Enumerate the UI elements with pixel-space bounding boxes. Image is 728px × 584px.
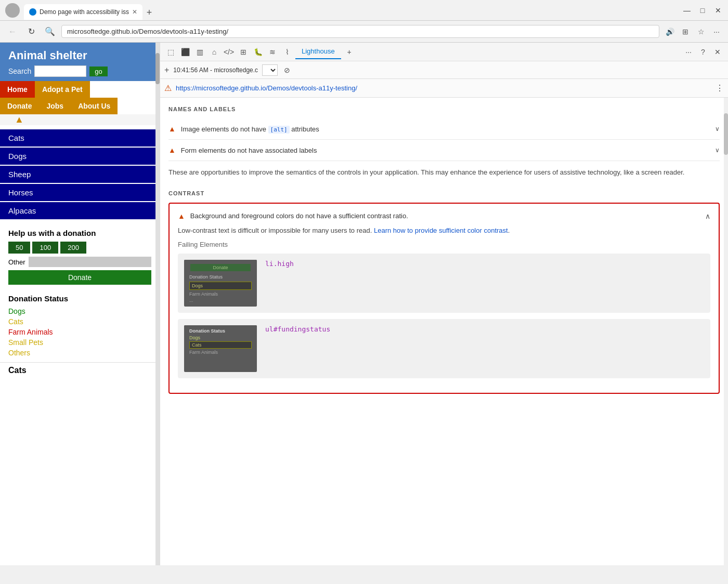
settings-icon[interactable]: ···	[710, 25, 723, 38]
dt-add-icon[interactable]: +	[164, 65, 169, 75]
status-dogs[interactable]: Dogs	[8, 306, 151, 316]
dt-network-icon[interactable]: ⊞	[237, 46, 250, 58]
issue-warning-icon: ▲	[168, 125, 176, 133]
issue-alt-text: Image elements do not have [alt] attribu…	[181, 125, 715, 133]
favorites-icon[interactable]: ☆	[695, 25, 707, 38]
contrast-section: ▲ Background and foreground colors do no…	[168, 203, 720, 394]
dt-layout-icon[interactable]: ▥	[193, 46, 206, 58]
title-bar: Demo page with accessibility iss ✕ + — □…	[0, 0, 728, 21]
dt-add-tab-icon[interactable]: +	[343, 46, 356, 58]
maximize-button[interactable]: □	[698, 6, 707, 15]
donation-title: Help us with a donation	[8, 229, 151, 237]
preview-selector-2: ul#fundingstatus	[265, 325, 330, 333]
nav-adopt[interactable]: Adopt a Pet	[35, 81, 90, 98]
animal-cats[interactable]: Cats	[0, 129, 160, 147]
close-button[interactable]: ✕	[713, 6, 723, 15]
cats-section-heading: Cats	[0, 362, 160, 378]
content-scrollbar[interactable]	[724, 98, 728, 565]
status-others[interactable]: Others	[8, 348, 151, 358]
issue-alt-attributes[interactable]: ▲ Image elements do not have [alt] attri…	[168, 118, 720, 140]
nav-about[interactable]: About Us	[71, 98, 118, 114]
devtools-url-bar: + 10:41:56 AM - microsoftedge.c ⊘	[160, 61, 728, 79]
preview-selector-1: li.high	[265, 260, 294, 268]
contrast-warning-icon: ▲	[178, 212, 185, 220]
other-amount-row: Other	[8, 257, 151, 267]
search-bar: Search go	[8, 65, 151, 77]
issue-form-labels[interactable]: ▲ Form elements do not have associated l…	[168, 140, 720, 161]
sidebar-scrollbar[interactable]	[155, 43, 160, 565]
audit-url[interactable]: https://microsoftedge.github.io/Demos/de…	[176, 84, 711, 92]
dt-wifi-icon[interactable]: ≋	[266, 46, 279, 58]
failing-elements-label: Failing Elements	[178, 241, 710, 248]
tab-title: Demo page with accessibility iss	[40, 8, 129, 16]
preview-img-1: Donate Donation Status Dogs Farm Animals…	[184, 260, 257, 307]
tab-close-button[interactable]: ✕	[132, 8, 137, 16]
nav-donate[interactable]: Donate	[0, 98, 39, 114]
dt-paint-icon[interactable]: ⌇	[281, 46, 293, 58]
issue-expand-icon-2[interactable]: ∨	[715, 147, 720, 154]
contrast-header: CONTRAST	[168, 190, 720, 196]
animal-sheep[interactable]: Sheep	[0, 166, 160, 183]
dt-inspect-icon[interactable]: ⬛	[179, 46, 191, 58]
learn-link[interactable]: Learn how to provide sufficient color co…	[374, 227, 508, 234]
dt-help-icon[interactable]: ?	[697, 46, 709, 58]
dt-close-icon[interactable]: ✕	[711, 46, 724, 58]
donate-button[interactable]: Donate	[8, 270, 151, 285]
minimize-button[interactable]: —	[682, 6, 692, 15]
website-sidebar: Animal shelter Search go Home Adopt a Pe…	[0, 43, 160, 565]
split-screen-icon[interactable]: ⊞	[679, 25, 692, 38]
donation-amounts: 50 100 200	[8, 242, 151, 254]
search-label: Search	[8, 67, 31, 75]
animal-horses[interactable]: Horses	[0, 184, 160, 201]
status-farm[interactable]: Farm Animals	[8, 327, 151, 337]
address-bar: ← ↻ 🔍 microsoftedge.github.io/Demos/devt…	[0, 21, 728, 43]
go-button[interactable]: go	[89, 67, 107, 76]
back-button[interactable]: ←	[5, 24, 20, 39]
issue-expand-icon[interactable]: ∨	[715, 125, 720, 132]
dt-site-select[interactable]	[262, 64, 278, 76]
read-aloud-icon[interactable]: 🔊	[664, 25, 676, 38]
nav-jobs[interactable]: Jobs	[39, 98, 71, 114]
audit-warning-icon: ⚠	[164, 83, 172, 93]
issue-warning-icon-2: ▲	[168, 146, 176, 154]
amount-50[interactable]: 50	[8, 242, 30, 254]
status-small-pets[interactable]: Small Pets	[8, 337, 151, 348]
site-title: Animal shelter	[8, 49, 151, 62]
animal-alpacas[interactable]: Alpacas	[0, 202, 160, 219]
low-contrast-description: Low-contrast text is difficult or imposs…	[178, 227, 710, 234]
dt-bug-icon[interactable]: 🐛	[252, 46, 264, 58]
devtools-panel: ⬚ ⬛ ▥ ⌂ </> ⊞ 🐛 ≋ ⌇ Lighthouse + ··· ? ✕…	[160, 43, 728, 565]
amount-100[interactable]: 100	[32, 242, 58, 254]
dt-tab-lighthouse[interactable]: Lighthouse	[295, 44, 341, 59]
dt-code-icon[interactable]: </>	[223, 46, 235, 58]
search-button[interactable]: 🔍	[43, 24, 57, 39]
animal-dogs[interactable]: Dogs	[0, 148, 160, 165]
user-avatar	[5, 3, 20, 18]
new-tab-button[interactable]: +	[142, 6, 156, 20]
refresh-button[interactable]: ↻	[24, 24, 38, 39]
audit-more-icon[interactable]: ⋮	[716, 83, 724, 93]
issue-form-text: Form elements do not have associated lab…	[181, 147, 715, 154]
window-controls: — □ ✕	[682, 6, 723, 15]
contrast-issue[interactable]: ▲ Background and foreground colors do no…	[178, 212, 710, 220]
other-input[interactable]	[29, 257, 151, 267]
status-cats[interactable]: Cats	[8, 316, 151, 327]
dt-cursor-icon[interactable]: ⬚	[164, 46, 177, 58]
preview-img-2: Donation Status Dogs Cats Farm Animals	[184, 325, 257, 372]
contrast-issue-text: Background and foreground colors do not …	[190, 212, 701, 220]
dt-timestamp: 10:41:56 AM - microsoftedge.c	[173, 67, 258, 74]
site-header: Animal shelter Search go	[0, 43, 160, 81]
dt-more-icon[interactable]: ···	[682, 46, 695, 58]
browser-tab[interactable]: Demo page with accessibility iss ✕	[24, 4, 142, 20]
url-input[interactable]: microsoftedge.github.io/Demos/devtools-a…	[61, 25, 659, 38]
amount-200[interactable]: 200	[60, 242, 86, 254]
search-input[interactable]	[34, 65, 86, 77]
nav-home[interactable]: Home	[0, 81, 35, 98]
issue-alt-code: [alt]	[268, 126, 290, 134]
dt-home-icon[interactable]: ⌂	[208, 46, 220, 58]
dt-clear-icon[interactable]: ⊘	[282, 65, 292, 75]
opportunities-text: These are opportunities to improve the s…	[168, 161, 720, 184]
content-scroll-thumb	[724, 113, 728, 155]
contrast-expand-icon[interactable]: ∧	[705, 212, 710, 220]
nav-menu: Home Adopt a Pet Donate Jobs About Us ▲	[0, 81, 160, 125]
